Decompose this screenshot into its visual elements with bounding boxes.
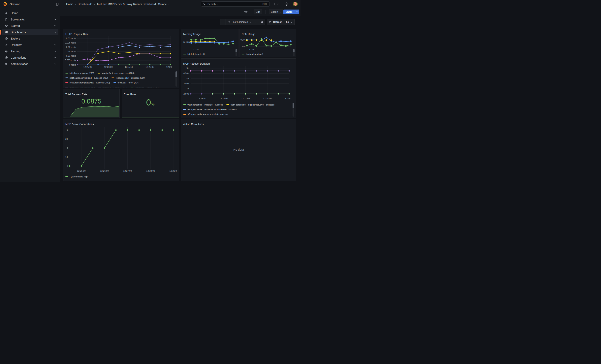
- search-shortcut: ⌘+k: [262, 3, 267, 5]
- sidebar-item-bookmarks[interactable]: Bookmarks: [2, 16, 59, 23]
- svg-text:1.5: 1.5: [65, 156, 68, 158]
- legend-item[interactable]: 95th percentile - logging/setLevel - suc…: [226, 104, 274, 106]
- panel-title[interactable]: MCP Active Connections: [65, 123, 94, 126]
- panel-title[interactable]: Total Request Rate: [65, 93, 88, 96]
- legend-item[interactable]: notifications/initialized - success (202…: [65, 77, 108, 79]
- breadcrumb-home[interactable]: Home: [66, 3, 73, 6]
- add-button[interactable]: [273, 0, 279, 8]
- sidebar-item-alerting[interactable]: Alerting: [2, 48, 59, 54]
- user-avatar[interactable]: [293, 2, 298, 6]
- legend-item[interactable]: fetch-telemetry-0: [183, 53, 204, 55]
- panel-title[interactable]: Active Goroutines: [183, 123, 204, 126]
- legend-swatch: [183, 109, 186, 110]
- time-forward-button[interactable]: [253, 19, 259, 25]
- sidebar-item-explore[interactable]: Explore: [2, 35, 59, 42]
- chevron-down-icon[interactable]: [54, 31, 56, 33]
- legend-swatch: [65, 78, 68, 78]
- legend-item[interactable]: initialize - success (200): [65, 72, 94, 74]
- http-request-rate-chart[interactable]: 12:25:0012:26:0012:27:0012:28:0012:29:00…: [64, 35, 172, 69]
- sidebar: Home Bookmarks Starred Dashboards Explor…: [0, 8, 60, 182]
- legend-scrollbar[interactable]: [292, 103, 294, 117]
- legend-label: tools/list - success (200): [102, 86, 127, 88]
- sidebar-item-administration[interactable]: Administration: [2, 61, 59, 67]
- svg-text:12:27:00: 12:27:00: [241, 97, 250, 100]
- share-button[interactable]: Share: [283, 10, 295, 14]
- sidebar-item-dashboards[interactable]: Dashboards: [2, 29, 59, 35]
- svg-text:4 s: 4 s: [186, 77, 190, 80]
- refresh-interval-select[interactable]: 5s: [284, 19, 295, 25]
- svg-text:2.50 s: 2.50 s: [183, 93, 190, 95]
- legend-item[interactable]: fetch-telemetry-0: [242, 53, 263, 55]
- svg-text:3.50 s: 3.50 s: [183, 82, 190, 85]
- legend-swatch: [226, 104, 229, 105]
- breadcrumb-dashboards[interactable]: Dashboards: [78, 3, 92, 6]
- dashboard-toolbar: Edit Export Share: [60, 8, 300, 16]
- favorite-star-icon[interactable]: [244, 10, 248, 14]
- legend-item[interactable]: 95th percentile - notifications/initiali…: [183, 108, 237, 111]
- share-options-chevron[interactable]: [295, 10, 299, 14]
- memory-usage-chart[interactable]: 12:2516 MiB: [182, 34, 234, 51]
- legend-item[interactable]: - (streamable-http): [65, 176, 89, 178]
- legend-item[interactable]: resources/templates/list - success (200): [65, 81, 110, 84]
- legend-swatch: [98, 87, 101, 88]
- panel-mcp-request-duration: MCP Request Duration 12:25:0012:26:0012:…: [181, 59, 296, 118]
- sidebar-item-label: Home: [11, 11, 56, 15]
- sidebar-item-connections[interactable]: Connections: [2, 54, 59, 61]
- svg-text:12:29:00: 12:29:00: [166, 66, 172, 68]
- legend-item[interactable]: tools/list - success (200): [98, 86, 127, 88]
- grafana-home-link[interactable]: Grafana: [3, 2, 20, 6]
- chevron-down-icon[interactable]: [54, 63, 56, 65]
- legend-label: resources/list - success (200): [116, 77, 145, 79]
- legend-swatch: [242, 54, 244, 54]
- legend-item[interactable]: tools/call - success (200): [65, 86, 95, 88]
- edit-button[interactable]: Edit: [254, 10, 262, 14]
- mcp-request-duration-chart[interactable]: 12:25:0012:26:0012:27:0012:28:0012:29:00…: [182, 64, 291, 101]
- sidebar-item-home[interactable]: Home: [2, 10, 59, 16]
- svg-text:2: 2: [67, 147, 68, 149]
- export-button[interactable]: Export: [269, 10, 284, 14]
- legend-label: resources/templates/list - success (200): [70, 81, 110, 84]
- legend-item[interactable]: tools/call - error (404): [113, 81, 139, 84]
- panel-title[interactable]: Error Rate: [124, 93, 136, 96]
- chevron-down-icon[interactable]: [54, 50, 56, 52]
- legend-item[interactable]: logging/setLevel - success (200): [98, 72, 135, 74]
- chevron-down-icon: [290, 21, 292, 23]
- legend-item[interactable]: resources/list - success (200): [111, 77, 145, 79]
- legend-item[interactable]: 95th percentile - initialize - success: [183, 104, 223, 106]
- legend-scrollbar[interactable]: [236, 49, 237, 56]
- chevron-down-icon: [277, 3, 279, 5]
- sidebar-item-drilldown[interactable]: Drilldown: [2, 42, 59, 48]
- legend-swatch: [65, 176, 68, 177]
- chevron-down-icon[interactable]: [54, 44, 56, 46]
- refresh-button[interactable]: Refresh: [267, 19, 284, 25]
- legend-label: tools/call - success (200): [70, 86, 95, 88]
- help-button[interactable]: [285, 0, 288, 8]
- svg-text:0.03 req/s: 0.03 req/s: [66, 37, 76, 39]
- svg-text:12:27:00: 12:27:00: [125, 66, 133, 68]
- time-range-picker[interactable]: Last 5 minutes: [226, 19, 253, 25]
- zoom-out-button[interactable]: [259, 19, 265, 25]
- sidebar-item-starred[interactable]: Starred: [2, 23, 59, 29]
- chevron-down-icon[interactable]: [54, 56, 56, 59]
- dock-menu-icon[interactable]: [55, 2, 59, 6]
- mcp-active-connections-chart[interactable]: 12:25:0012:26:0012:27:0012:28:0012:29:00…: [64, 126, 177, 174]
- legend-item[interactable]: unknown - success (200): [130, 86, 160, 88]
- legend-scrollbar[interactable]: [175, 71, 177, 87]
- mcp-active-connections-legend: - (streamable-http): [65, 174, 145, 179]
- legend-label: 95th percentile - initialize - success: [187, 104, 223, 106]
- dashboards-grid-icon: [5, 31, 8, 34]
- chevron-down-icon[interactable]: [54, 25, 56, 27]
- legend-swatch: [183, 104, 186, 105]
- divider: [281, 2, 281, 6]
- legend-item[interactable]: 95th percentile - resources/list - succe…: [183, 113, 228, 115]
- time-back-button[interactable]: [220, 19, 226, 25]
- chevron-down-icon[interactable]: [54, 18, 56, 21]
- grafana-logo-icon: [3, 2, 8, 6]
- search-input[interactable]: Search... ⌘+k: [201, 1, 270, 7]
- chevron-down-icon: [249, 21, 251, 23]
- svg-text:2.5: 2.5: [65, 138, 68, 140]
- legend-scrollbar[interactable]: [293, 49, 295, 56]
- panel-http-request-rate: HTTP Request Rate 12:25:0012:26:0012:27:…: [63, 29, 179, 88]
- cpu-usage-chart[interactable]: 12:250.2%0%: [240, 34, 292, 51]
- svg-text:12:25:00: 12:25:00: [83, 66, 92, 68]
